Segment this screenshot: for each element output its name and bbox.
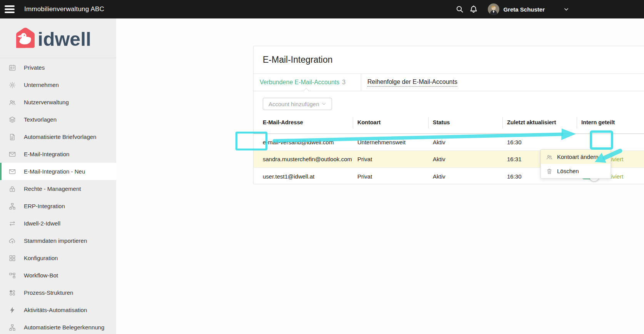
bell-icon[interactable] bbox=[469, 5, 478, 14]
tab-count-badge: 3 bbox=[342, 79, 345, 86]
search-icon[interactable] bbox=[455, 5, 464, 14]
status-cell: Aktiv bbox=[433, 134, 507, 150]
sidebar-item-label: Idwell-2-Idwell bbox=[24, 220, 60, 227]
page-title: E-Mail-Integration bbox=[263, 55, 333, 65]
menu-item-löschen[interactable]: Löschen bbox=[541, 164, 611, 178]
tab-reihenfolge-email-accounts[interactable]: Reihenfolge der E-Mail-Accounts bbox=[361, 74, 464, 91]
layers-icon bbox=[8, 116, 16, 124]
sidebar-item-label: Nutzerverwaltung bbox=[24, 99, 69, 105]
sidebar-item-label: Automatisierte Belegerkennung bbox=[24, 324, 104, 331]
chevron-down-icon[interactable] bbox=[562, 5, 570, 13]
sidebar-item-label: Privates bbox=[24, 64, 45, 71]
menu-item-label: Löschen bbox=[557, 168, 579, 174]
sidebar-item-e-mail-integration-neu[interactable]: E-Mail-Integration - Neu bbox=[0, 163, 116, 180]
sidebar-item-automatisierte-briefvorlagen[interactable]: Automatisierte Briefvorlagen bbox=[0, 128, 116, 145]
sidebar-item-stammdaten-importieren[interactable]: Stammdaten importieren bbox=[0, 232, 116, 249]
logo-text: idwell bbox=[38, 28, 91, 50]
logo: idwell bbox=[0, 18, 116, 58]
column-header-intern-geteilt: Intern geteilt bbox=[581, 111, 644, 134]
column-separator bbox=[353, 117, 353, 129]
sidebar-item-unternehmen[interactable]: Unternehmen bbox=[0, 76, 116, 94]
document-icon bbox=[8, 133, 16, 141]
zuletzt-aktualisiert-cell: 16:30 bbox=[507, 134, 581, 150]
sidebar-item-workflow-bot[interactable]: Workflow-Bot bbox=[0, 267, 116, 284]
sidebar-item-aktivitäts-automatisation[interactable]: Aktivitäts-Automatisation bbox=[0, 301, 116, 319]
sidebar-item-label: Rechte - Management bbox=[24, 185, 81, 192]
tab-label: Verbundene E-Mail-Accounts bbox=[260, 79, 339, 86]
app-title: Immobilienverwaltung ABC bbox=[24, 0, 104, 18]
card-header: E-Mail-Integration bbox=[254, 46, 644, 74]
avatar[interactable] bbox=[488, 3, 499, 15]
add-account-label: Account hinzufügen bbox=[269, 101, 319, 107]
lightning-icon bbox=[8, 306, 16, 314]
sidebar-item-privates[interactable]: Privates bbox=[0, 59, 116, 76]
sidebar-item-label: E-Mail-Integration - Neu bbox=[24, 168, 85, 175]
circles-icon bbox=[8, 289, 16, 297]
users-icon bbox=[8, 99, 16, 106]
column-header-zuletzt-aktualisiert: Zuletzt aktualisiert bbox=[507, 111, 581, 134]
row-actions-menu: Kontoart ändernLöschen bbox=[541, 149, 611, 179]
user-name: Greta Schuster bbox=[503, 6, 545, 13]
add-account-button[interactable]: Account hinzufügen bbox=[263, 98, 332, 110]
id-card-icon bbox=[8, 64, 16, 72]
sidebar-item-prozess-strukturen[interactable]: Prozess-Strukturen bbox=[0, 284, 116, 301]
status-cell: Aktiv bbox=[433, 151, 507, 167]
sidebar-item-e-mail-integration[interactable]: E-Mail-Integration bbox=[0, 145, 116, 163]
sidebar-item-label: ERP-Integration bbox=[24, 203, 65, 209]
sidebar-item-konfiguration[interactable]: Konfiguration bbox=[0, 249, 116, 267]
sidebar-item-label: Textvorlagen bbox=[24, 116, 57, 123]
sidebar: idwell PrivatesUnternehmenNutzerverwaltu… bbox=[0, 18, 116, 334]
column-separator bbox=[577, 117, 577, 129]
avatar-photo bbox=[488, 3, 499, 15]
envelope-icon bbox=[8, 168, 16, 175]
sidebar-item-label: Konfiguration bbox=[24, 255, 58, 261]
sidebar-item-label: E-Mail-Integration bbox=[24, 151, 69, 157]
sidebar-menu: PrivatesUnternehmenNutzerverwaltungTextv… bbox=[0, 58, 116, 334]
grid-icon bbox=[8, 254, 16, 262]
intern-geteilt-cell bbox=[581, 134, 644, 150]
workflow-icon bbox=[8, 272, 16, 279]
sitemap-icon bbox=[8, 202, 16, 210]
table-header-row: E-Mail-AdresseKontoartStatusZuletzt aktu… bbox=[254, 111, 644, 134]
tab-label: Reihenfolge der E-Mail-Accounts bbox=[367, 78, 457, 87]
sidebar-item-idwell-2-idwell[interactable]: Idwell-2-Idwell bbox=[0, 215, 116, 232]
sidebar-item-rechte-management[interactable]: Rechte - Management bbox=[0, 180, 116, 197]
lock-icon bbox=[8, 185, 16, 193]
cloud-upload-icon bbox=[8, 237, 16, 245]
column-separator bbox=[502, 117, 503, 129]
sidebar-item-label: Workflow-Bot bbox=[24, 272, 58, 279]
column-header-kontoart: Kontoart bbox=[357, 111, 433, 134]
swap-arrows-icon bbox=[8, 220, 16, 227]
sidebar-item-label: Prozess-Strukturen bbox=[24, 289, 73, 296]
status-cell: Aktiv bbox=[433, 168, 507, 185]
kontoart-cell: Privat bbox=[357, 168, 433, 185]
sitemap-icon bbox=[8, 324, 16, 331]
email-cell: e-mail-versand@idwell.com bbox=[263, 134, 357, 150]
menu-item-label: Kontoart ändern bbox=[557, 154, 599, 160]
menu-item-kontoart-ändern[interactable]: Kontoart ändern bbox=[541, 150, 611, 164]
sidebar-item-textvorlagen[interactable]: Textvorlagen bbox=[0, 111, 116, 128]
chevron-down-icon bbox=[321, 101, 327, 107]
sidebar-item-label: Aktivitäts-Automatisation bbox=[24, 307, 87, 313]
email-cell: user.test1@idwell.at bbox=[263, 168, 357, 185]
sidebar-item-erp-integration[interactable]: ERP-Integration bbox=[0, 197, 116, 215]
users-icon bbox=[546, 154, 553, 160]
table-row: e-mail-versand@idwell.comUnternehmenswei… bbox=[254, 134, 644, 151]
sidebar-item-nutzerverwaltung[interactable]: Nutzerverwaltung bbox=[0, 94, 116, 111]
topbar-right: Greta Schuster bbox=[455, 0, 570, 18]
topbar: Immobilienverwaltung ABC Greta Schuster bbox=[0, 0, 644, 18]
sidebar-item-automatisierte-belegerkennung[interactable]: Automatisierte Belegerkennung bbox=[0, 319, 116, 334]
kontoart-cell: Unternehmensweit bbox=[357, 134, 433, 150]
column-separator bbox=[428, 117, 429, 129]
idwell-logo-icon: idwell bbox=[15, 26, 100, 50]
trash-icon bbox=[546, 168, 553, 175]
hamburger-menu-icon[interactable] bbox=[5, 5, 15, 14]
tab-verbundene-email-accounts[interactable]: Verbundene E-Mail-Accounts 3 bbox=[254, 74, 361, 91]
gear-icon bbox=[8, 81, 16, 89]
sidebar-item-label: Unternehmen bbox=[24, 82, 59, 88]
sidebar-item-label: Automatisierte Briefvorlagen bbox=[24, 134, 96, 140]
kontoart-cell: Privat bbox=[357, 151, 433, 167]
column-header-e-mail-adresse: E-Mail-Adresse bbox=[263, 111, 357, 134]
column-header-status: Status bbox=[433, 111, 507, 134]
envelope-icon bbox=[8, 150, 16, 158]
